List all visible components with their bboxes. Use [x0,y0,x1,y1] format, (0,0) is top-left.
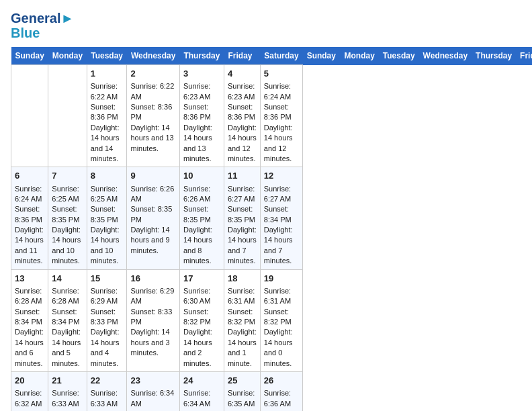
calendar-table: SundayMondayTuesdayWednesdayThursdayFrid… [11,47,532,411]
day-number: 24 [183,375,220,387]
day-cell: 3Sunrise: 6:23 AMSunset: 8:36 PMDaylight… [179,65,224,167]
day-info: Daylight: 14 hours and 7 minutes. [228,225,257,267]
col-header-sunday: Sunday [11,47,48,65]
col-header-saturday: Saturday [260,47,302,65]
col-header-thursday: Thursday [472,47,516,65]
day-info: Daylight: 14 hours and 8 minutes. [183,225,220,267]
col-header-monday: Monday [48,47,87,65]
day-info: Sunrise: 6:33 AM [52,388,83,409]
day-number: 22 [91,375,124,387]
day-info: Sunset: 8:35 PM [52,204,83,225]
day-info: Daylight: 14 hours and 4 minutes. [91,327,124,369]
day-info: Sunrise: 6:33 AM [91,388,124,409]
day-info: Daylight: 14 hours and 12 minutes. [228,123,257,165]
day-info: Daylight: 14 hours and 11 minutes. [15,225,44,267]
col-header-tuesday: Tuesday [379,47,419,65]
day-number: 9 [130,170,175,182]
day-number: 11 [228,170,257,182]
day-info: Daylight: 14 hours and 9 minutes. [130,225,175,256]
day-info: Sunset: 8:35 PM [91,204,124,225]
day-info: Daylight: 14 hours and 10 minutes. [91,225,124,267]
day-cell: 14Sunrise: 6:28 AMSunset: 8:34 PMDayligh… [48,269,87,371]
day-info: Daylight: 14 hours and 2 minutes. [183,327,220,369]
col-header-monday: Monday [340,47,378,65]
day-info: Sunrise: 6:23 AM [228,81,257,102]
day-number: 16 [130,273,175,285]
col-header-friday: Friday [224,47,260,65]
day-cell: 19Sunrise: 6:31 AMSunset: 8:32 PMDayligh… [260,269,302,371]
day-cell: 16Sunrise: 6:29 AMSunset: 8:33 PMDayligh… [127,269,179,371]
week-row-4: 20Sunrise: 6:32 AMSunset: 8:31 PMDayligh… [11,371,533,411]
day-info: Sunset: 8:35 PM [130,204,175,225]
day-cell: 11Sunrise: 6:27 AMSunset: 8:35 PMDayligh… [224,167,260,269]
day-info: Sunset: 8:36 PM [228,102,257,123]
day-number: 1 [91,68,124,80]
day-cell: 23Sunrise: 6:34 AMSunset: 8:29 PMDayligh… [127,371,179,411]
day-info: Sunrise: 6:29 AM [130,286,175,307]
day-info: Daylight: 14 hours and 14 minutes. [91,123,124,165]
day-info: Sunset: 8:36 PM [264,102,299,123]
day-info: Daylight: 14 hours and 3 minutes. [130,327,175,358]
col-header-sunday: Sunday [303,47,341,65]
day-info: Sunrise: 6:26 AM [130,184,175,205]
day-cell: 26Sunrise: 6:36 AMSunset: 8:28 PMDayligh… [260,371,302,411]
day-number: 15 [91,273,124,285]
day-info: Sunrise: 6:26 AM [183,184,220,205]
day-info: Sunset: 8:36 PM [15,204,44,225]
week-row-3: 13Sunrise: 6:28 AMSunset: 8:34 PMDayligh… [11,269,533,371]
day-number: 8 [91,170,124,182]
day-info: Sunrise: 6:24 AM [15,184,44,205]
day-info: Sunset: 8:32 PM [183,307,220,328]
day-number: 19 [264,273,299,285]
day-info: Sunset: 8:32 PM [264,307,299,328]
day-cell: 7Sunrise: 6:25 AMSunset: 8:35 PMDaylight… [48,167,87,269]
day-cell: 24Sunrise: 6:34 AMSunset: 8:29 PMDayligh… [179,371,224,411]
day-info: Sunset: 8:36 PM [130,102,175,123]
day-info: Sunrise: 6:32 AM [15,388,44,409]
day-info: Sunset: 8:33 PM [130,307,175,328]
day-cell: 21Sunrise: 6:33 AMSunset: 8:30 PMDayligh… [48,371,87,411]
day-cell: 22Sunrise: 6:33 AMSunset: 8:30 PMDayligh… [87,371,127,411]
day-number: 17 [183,273,220,285]
day-cell [11,65,48,167]
col-header-thursday: Thursday [179,47,224,65]
day-cell: 1Sunrise: 6:22 AMSunset: 8:36 PMDaylight… [87,65,127,167]
day-info: Daylight: 14 hours and 6 minutes. [15,327,44,369]
day-info: Sunrise: 6:31 AM [228,286,257,307]
day-number: 26 [264,375,299,387]
day-info: Daylight: 14 hours and 0 minutes. [264,327,299,369]
day-info: Sunrise: 6:28 AM [52,286,83,307]
day-info: Sunset: 8:34 PM [52,307,83,328]
col-header-wednesday: Wednesday [127,47,179,65]
day-number: 3 [183,68,220,80]
day-number: 13 [15,273,44,285]
day-cell: 10Sunrise: 6:26 AMSunset: 8:35 PMDayligh… [179,167,224,269]
day-cell: 9Sunrise: 6:26 AMSunset: 8:35 PMDaylight… [127,167,179,269]
day-info: Sunrise: 6:34 AM [130,388,175,409]
logo: General► Blue [11,11,74,40]
day-info: Sunset: 8:32 PM [228,307,257,328]
day-cell: 6Sunrise: 6:24 AMSunset: 8:36 PMDaylight… [11,167,48,269]
day-info: Sunrise: 6:35 AM [228,388,257,409]
col-header-wednesday: Wednesday [419,47,472,65]
day-cell: 13Sunrise: 6:28 AMSunset: 8:34 PMDayligh… [11,269,48,371]
day-number: 6 [15,170,44,182]
day-info: Sunset: 8:34 PM [264,204,299,225]
day-info: Sunrise: 6:31 AM [264,286,299,307]
day-cell: 25Sunrise: 6:35 AMSunset: 8:28 PMDayligh… [224,371,260,411]
day-info: Sunrise: 6:22 AM [91,81,124,102]
day-cell: 8Sunrise: 6:25 AMSunset: 8:35 PMDaylight… [87,167,127,269]
day-info: Sunset: 8:33 PM [91,307,124,328]
day-number: 7 [52,170,83,182]
day-info: Sunrise: 6:34 AM [183,388,220,409]
header-row: SundayMondayTuesdayWednesdayThursdayFrid… [11,47,533,65]
logo-text: General► [11,11,74,26]
day-cell: 18Sunrise: 6:31 AMSunset: 8:32 PMDayligh… [224,269,260,371]
day-info: Sunrise: 6:22 AM [130,81,175,102]
day-number: 5 [264,68,299,80]
day-number: 2 [130,68,175,80]
day-info: Sunrise: 6:23 AM [183,81,220,102]
day-cell: 17Sunrise: 6:30 AMSunset: 8:32 PMDayligh… [179,269,224,371]
day-info: Sunset: 8:36 PM [91,102,124,123]
day-number: 10 [183,170,220,182]
